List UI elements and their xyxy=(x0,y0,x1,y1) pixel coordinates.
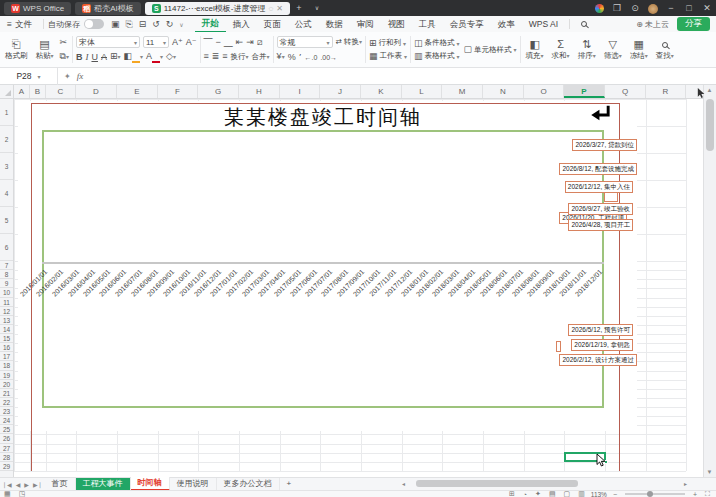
column-header-J[interactable]: J xyxy=(320,85,361,98)
cut-button[interactable]: ✂ xyxy=(60,37,69,48)
row-header-16[interactable]: 16 xyxy=(0,343,13,352)
rows-cols-button[interactable]: ⊞行和列▾ xyxy=(369,38,407,49)
return-arrow-icon[interactable] xyxy=(586,102,614,128)
next-sheet-icon[interactable]: ▶ xyxy=(22,481,31,488)
file-menu[interactable]: ≡ 文件 xyxy=(0,17,39,32)
column-header-E[interactable]: E xyxy=(117,85,158,98)
menu-公式[interactable]: 公式 xyxy=(288,17,319,32)
worksheet-button[interactable]: ▦工作表▾ xyxy=(369,51,407,62)
zoom-knob[interactable] xyxy=(647,491,653,497)
menu-开始[interactable]: 开始 xyxy=(195,16,226,33)
hscroll-right-icon[interactable]: ▸ xyxy=(682,480,689,487)
comma-button[interactable]: ٬ xyxy=(299,52,302,63)
zoom-level[interactable]: 113% xyxy=(591,491,607,497)
tab-close-icon[interactable]: ✕ xyxy=(276,4,283,13)
sheet-tab-首页[interactable]: 首页 xyxy=(45,478,76,490)
autosave-toggle[interactable] xyxy=(84,19,104,29)
fullscreen-icon[interactable]: ⛶ xyxy=(705,490,710,497)
settings-icon[interactable]: ⊙ xyxy=(626,0,644,16)
select-all-corner[interactable] xyxy=(0,85,14,99)
preview-icon[interactable]: ⊟ xyxy=(136,19,150,29)
paste-button[interactable]: ▤ 粘贴▾ xyxy=(34,38,56,61)
row-header-14[interactable]: 14 xyxy=(0,325,13,334)
tab-list-caret[interactable]: ∨ xyxy=(308,0,326,16)
status-grid-icon[interactable]: ▦ xyxy=(4,490,11,497)
row-header-22[interactable]: 22 xyxy=(0,398,13,407)
underline-button[interactable]: U xyxy=(91,52,98,63)
filter-button[interactable]: ▽筛选▾ xyxy=(602,38,624,61)
column-header-L[interactable]: L xyxy=(402,85,442,98)
menu-效率[interactable]: 效率 xyxy=(491,17,522,32)
app-chip[interactable]: W WPS Office xyxy=(4,2,71,15)
align-top-icon[interactable]: ⎺ xyxy=(204,37,213,48)
ai-formula-icon[interactable]: ✦ xyxy=(64,72,71,81)
sheet-tab-时间轴[interactable]: 时间轴 xyxy=(131,477,170,491)
column-header-K[interactable]: K xyxy=(361,85,402,98)
column-header-P[interactable]: P xyxy=(564,85,605,98)
row-header-19[interactable]: 19 xyxy=(0,371,13,380)
menu-会员专享[interactable]: 会员专享 xyxy=(443,17,491,32)
font-color-button[interactable]: A▾ xyxy=(146,51,163,63)
menu-数据[interactable]: 数据 xyxy=(319,17,350,32)
view-page-icon[interactable]: ▢ xyxy=(564,490,571,497)
row-header-26[interactable]: 26 xyxy=(0,434,13,443)
row-header-27[interactable]: 27 xyxy=(0,444,13,453)
column-header-A[interactable]: A xyxy=(14,85,30,98)
table-style-button[interactable]: ▥表格样式▾ xyxy=(414,51,460,62)
row-header-29[interactable]: 29 xyxy=(0,462,13,471)
row-header-10[interactable]: 10 xyxy=(0,288,13,297)
merge-button[interactable]: 合并▾ xyxy=(252,52,270,62)
align-left-icon[interactable]: ≡ xyxy=(204,51,209,62)
save-icon[interactable]: ▣ xyxy=(108,19,123,29)
find-button[interactable]: 查找▾ xyxy=(654,38,676,61)
row-header-23[interactable]: 23 xyxy=(0,407,13,416)
vertical-scroll-thumb[interactable] xyxy=(706,99,714,151)
name-box[interactable]: P28▾ xyxy=(0,68,58,85)
cell-style-button[interactable]: ▢单元格样式▾ xyxy=(464,44,517,55)
formula-input[interactable] xyxy=(89,68,716,84)
borders-button[interactable]: ⊞▾ xyxy=(110,51,121,63)
share-button[interactable]: 分享 xyxy=(677,17,710,31)
status-stats-icon[interactable]: ✦ xyxy=(535,490,541,497)
copy-button[interactable]: ⧉▾ xyxy=(60,51,69,63)
column-header-O[interactable]: O xyxy=(524,85,564,98)
scroll-down-icon[interactable]: ▼ xyxy=(703,469,716,475)
zoom-in-icon[interactable]: + xyxy=(693,491,697,497)
orientation-icon[interactable]: ⧄ xyxy=(257,37,263,48)
row-header-9[interactable]: 9 xyxy=(0,279,13,288)
cloud-status[interactable]: ⊕ 未上云 xyxy=(636,19,669,30)
search-button[interactable] xyxy=(574,17,594,32)
row-header-3[interactable]: 3 xyxy=(0,153,13,180)
column-header-M[interactable]: M xyxy=(442,85,483,98)
avatar[interactable] xyxy=(644,0,662,16)
close-button[interactable]: ✕ xyxy=(698,0,716,16)
row-header-15[interactable]: 15 xyxy=(0,334,13,343)
column-header-F[interactable]: F xyxy=(158,85,198,98)
redo-icon[interactable]: ↻ xyxy=(163,19,177,29)
minimize-button[interactable]: − xyxy=(662,0,680,16)
clear-format-button[interactable]: ◇▾ xyxy=(166,51,176,63)
row-header-18[interactable]: 18 xyxy=(0,361,13,370)
number-format-select[interactable]: 常规▾ xyxy=(277,36,333,48)
fill-color-button[interactable]: ◧▾ xyxy=(124,51,144,63)
status-clipboard-icon[interactable]: ◳ xyxy=(19,490,26,497)
row-header-4[interactable]: 4 xyxy=(0,180,13,207)
row-header-2[interactable]: 2 xyxy=(0,126,13,153)
align-middle-icon[interactable]: − xyxy=(216,37,221,48)
view-break-icon[interactable]: ▥ xyxy=(578,490,585,497)
row-header-5[interactable]: 5 xyxy=(0,207,13,234)
fx-icon[interactable]: fx xyxy=(77,71,84,81)
bold-button[interactable]: B xyxy=(76,52,83,63)
doc-tab-docer[interactable]: 稻 稻壳AI模板 xyxy=(75,2,141,15)
indent-increase-icon[interactable]: ⇥ xyxy=(246,37,254,48)
freeze-button[interactable]: ▦冻结▾ xyxy=(628,38,650,61)
conditional-format-button[interactable]: ◫条件格式▾ xyxy=(414,38,460,49)
italic-button[interactable]: I xyxy=(85,52,88,63)
hscroll-left-icon[interactable]: ◂ xyxy=(400,480,407,487)
doc-tab-active[interactable]: S 11472-⋯excel模板-进度管理 ◌ ✕ xyxy=(145,2,290,15)
row-header-28[interactable]: 28 xyxy=(0,453,13,462)
menu-页面[interactable]: 页面 xyxy=(257,17,288,32)
wrap-button[interactable]: 换行▾ xyxy=(231,52,249,62)
format-painter-button[interactable]: ⎗ 格式刷 xyxy=(3,38,30,61)
sheet-tab-使用说明[interactable]: 使用说明 xyxy=(170,478,217,490)
